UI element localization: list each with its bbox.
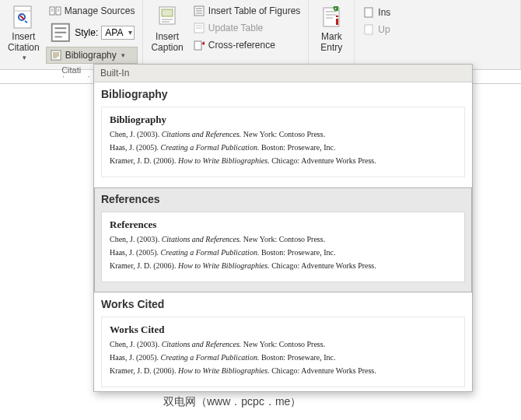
gallery-item-references[interactable]: References References Chen, J. (2003). C… [94,187,472,292]
gallery-item-works-cited[interactable]: Works Cited Works Cited Chen, J. (2003).… [94,292,472,391]
svg-rect-5 [51,51,61,60]
chevron-down-icon: ▾ [23,54,26,61]
document-icon [362,23,375,36]
insert-clipped-button[interactable]: Ins [359,5,393,20]
update-table-icon [193,22,205,34]
bibliography-icon [50,49,62,61]
manage-sources-label: Manage Sources [65,5,135,16]
insert-caption-label: Insert Caption [151,31,183,54]
ribbon: Insert Citation ▾ Manage Sources Style: … [0,0,521,70]
gallery-item-title: Bibliography [95,83,471,103]
manage-sources-button[interactable]: Manage Sources [46,3,138,19]
insert-citation-button[interactable]: Insert Citation ▾ [3,2,44,65]
svg-rect-7 [162,9,173,16]
mark-entry-button[interactable]: Mark Entry [312,2,351,57]
insert-citation-icon [11,5,36,30]
document-icon [362,6,375,19]
style-label: Style: [75,27,98,38]
watermark: 双电网（www．pcpc．me） [163,395,301,409]
insert-caption-button[interactable]: Insert Caption [146,2,187,57]
bibliography-gallery: Built-In Bibliography Bibliography Chen,… [93,64,473,392]
svg-rect-10 [194,41,201,50]
cross-reference-button[interactable]: Cross-reference [190,37,304,53]
insert-citation-label: Insert Citation [8,31,40,54]
insert-table-figures-button[interactable]: Insert Table of Figures [190,3,304,19]
style-icon [49,21,72,44]
svg-rect-12 [336,19,338,25]
update-clipped-button: Up [359,22,393,37]
style-value: APA [105,27,123,38]
chevron-down-icon: ▾ [121,51,125,59]
insert-table-figures-label: Insert Table of Figures [208,5,301,16]
cross-reference-icon [193,39,205,51]
gallery-item-title: Works Cited [95,293,471,313]
svg-rect-14 [365,8,372,17]
mark-entry-label: Mark Entry [320,31,342,54]
update-clipped-label: Up [378,24,390,35]
update-table-label: Update Table [208,23,264,33]
bibliography-label: Bibliography [65,50,117,61]
gallery-preview: Works Cited Chen, J. (2003). Citations a… [101,317,465,387]
insert-caption-icon [155,5,180,30]
style-select[interactable]: APA [101,26,135,40]
manage-sources-icon [49,5,61,17]
bibliography-button[interactable]: Bibliography ▾ [46,47,138,64]
gallery-item-title: References [95,188,471,208]
gallery-header: Built-In [94,65,472,82]
insert-clipped-label: Ins [378,7,390,18]
mark-entry-icon [319,5,344,30]
cross-reference-label: Cross-reference [208,40,275,51]
svg-rect-13 [336,16,338,17]
svg-rect-15 [365,25,372,34]
gallery-preview: Bibliography Chen, J. (2003). Citations … [101,107,465,177]
gallery-preview: References Chen, J. (2003). Citations an… [101,212,465,282]
table-figures-icon [193,5,205,17]
gallery-item-bibliography[interactable]: Bibliography Bibliography Chen, J. (2003… [94,82,472,187]
update-table-button: Update Table [190,20,304,36]
